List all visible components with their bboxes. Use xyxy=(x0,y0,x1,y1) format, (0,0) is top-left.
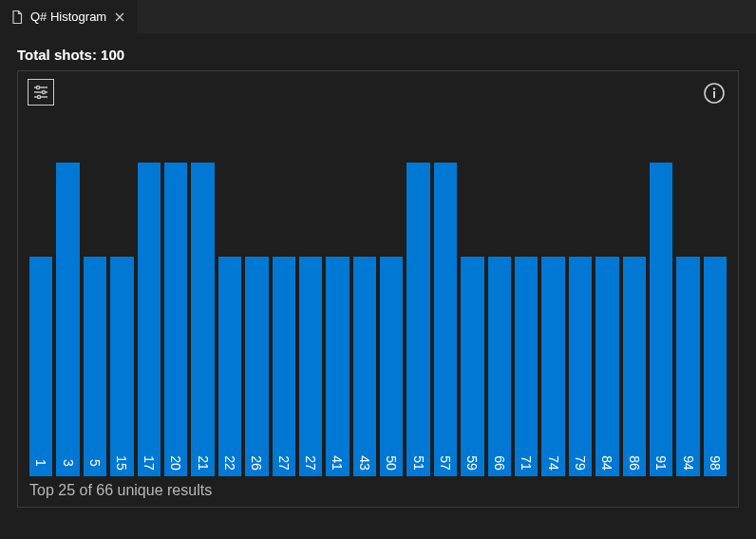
bar[interactable]: 22 xyxy=(218,257,241,476)
bar-fill xyxy=(353,257,376,476)
svg-rect-8 xyxy=(713,91,715,98)
bar-label: 21 xyxy=(196,455,211,471)
bar[interactable]: 59 xyxy=(461,257,483,476)
bar-fill xyxy=(138,163,161,476)
bar-fill xyxy=(110,257,133,476)
bar-label: 86 xyxy=(627,455,642,471)
bar[interactable]: 79 xyxy=(569,257,592,476)
bar-fill xyxy=(676,257,699,476)
bar-fill xyxy=(245,257,268,476)
bar[interactable]: 5 xyxy=(84,257,106,476)
bar-fill xyxy=(406,163,429,476)
settings-button[interactable] xyxy=(28,79,54,106)
bar-label: 20 xyxy=(168,455,183,471)
bar[interactable]: 3 xyxy=(56,163,79,476)
bar-fill xyxy=(650,163,672,476)
bar[interactable]: 66 xyxy=(488,257,511,476)
bar-label: 74 xyxy=(546,455,561,471)
bar[interactable]: 98 xyxy=(704,257,727,476)
close-icon[interactable] xyxy=(112,10,127,25)
info-icon xyxy=(703,82,726,105)
bar[interactable]: 51 xyxy=(406,163,429,476)
bar[interactable]: 94 xyxy=(676,257,699,476)
bar[interactable]: 27 xyxy=(273,257,295,476)
bar-label: 27 xyxy=(303,455,318,471)
bar-label: 15 xyxy=(114,455,129,471)
bar-fill xyxy=(541,257,564,476)
bar[interactable]: 1 xyxy=(29,257,52,476)
bar[interactable]: 71 xyxy=(515,257,538,476)
bar[interactable]: 15 xyxy=(110,257,133,476)
bar-label: 17 xyxy=(142,455,157,471)
bar-fill xyxy=(299,257,322,476)
bar-label: 84 xyxy=(599,455,614,471)
total-shots-label: Total shots: 100 xyxy=(17,47,739,63)
bar[interactable]: 20 xyxy=(164,163,187,476)
bar-label: 22 xyxy=(222,455,237,471)
bar-label: 79 xyxy=(573,455,588,471)
bar-label: 26 xyxy=(249,455,264,471)
bar-label: 27 xyxy=(276,455,292,471)
bar[interactable]: 27 xyxy=(299,257,322,476)
svg-point-1 xyxy=(36,86,39,88)
bar-label: 94 xyxy=(681,455,696,471)
file-icon xyxy=(9,10,25,25)
bar[interactable]: 84 xyxy=(595,257,618,476)
bar[interactable]: 43 xyxy=(353,257,376,476)
bar-fill xyxy=(595,257,618,476)
bar-label: 91 xyxy=(653,455,669,471)
content: Total shots: 100 xyxy=(0,33,756,508)
bar-fill xyxy=(623,257,646,476)
bar[interactable]: 91 xyxy=(650,163,672,476)
svg-point-5 xyxy=(37,95,40,98)
bar-label: 51 xyxy=(411,455,426,471)
bar-label: 3 xyxy=(61,459,76,467)
bar-fill xyxy=(704,257,727,476)
bar-fill xyxy=(488,257,511,476)
bar-fill xyxy=(191,163,214,476)
bar[interactable]: 74 xyxy=(541,257,564,476)
chart-caption: Top 25 of 66 unique results xyxy=(28,476,728,501)
bar-label: 50 xyxy=(384,455,399,471)
bar-fill xyxy=(380,257,403,476)
tab-qsharp-histogram[interactable]: Q# Histogram xyxy=(0,0,138,33)
bar-fill xyxy=(569,257,592,476)
bar-fill xyxy=(84,257,106,476)
bar-fill xyxy=(515,257,538,476)
svg-point-7 xyxy=(713,87,715,89)
bar-label: 5 xyxy=(87,459,103,467)
bar-fill xyxy=(29,257,52,476)
histogram-panel: 1351517202122262727414350515759667174798… xyxy=(17,70,739,508)
bar[interactable]: 41 xyxy=(326,257,349,476)
bar[interactable]: 50 xyxy=(380,257,403,476)
panel-toolbar xyxy=(28,79,728,111)
bar-fill xyxy=(461,257,483,476)
bar-label: 1 xyxy=(33,459,48,467)
bar-fill xyxy=(326,257,349,476)
bar-fill xyxy=(56,163,79,476)
bar[interactable]: 26 xyxy=(245,257,268,476)
bar[interactable]: 86 xyxy=(623,257,646,476)
bar-label: 59 xyxy=(464,455,480,471)
bar-label: 98 xyxy=(708,455,723,471)
bar-label: 66 xyxy=(492,455,507,471)
bar-fill xyxy=(164,163,187,476)
bar-fill xyxy=(218,257,241,476)
bar[interactable]: 21 xyxy=(191,163,214,476)
tab-title: Q# Histogram xyxy=(30,10,106,24)
bar-label: 71 xyxy=(519,455,534,471)
tab-bar: Q# Histogram xyxy=(0,0,756,33)
bar-fill xyxy=(434,163,457,476)
bar-label: 43 xyxy=(357,455,372,471)
bar-fill xyxy=(273,257,295,476)
bar-label: 57 xyxy=(438,455,453,471)
info-button[interactable] xyxy=(702,81,727,106)
sliders-icon xyxy=(32,84,49,101)
histogram-chart: 1351517202122262727414350515759667174798… xyxy=(28,111,728,476)
bar[interactable]: 17 xyxy=(138,163,161,476)
svg-point-3 xyxy=(42,90,45,93)
bar[interactable]: 57 xyxy=(434,163,457,476)
bar-label: 41 xyxy=(330,455,345,471)
